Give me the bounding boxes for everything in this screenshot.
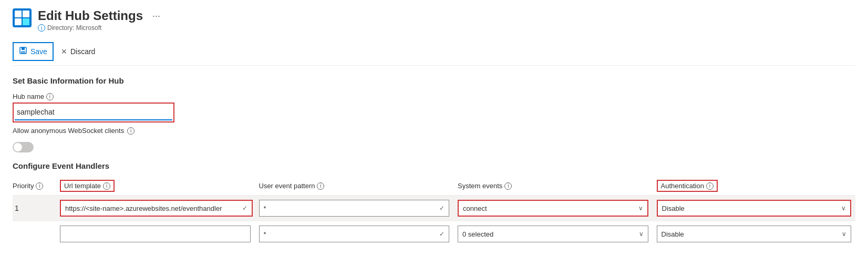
basic-info-title: Set Basic Information for Hub [13,76,855,85]
row2-url-input[interactable] [60,226,250,242]
hub-name-input[interactable] [15,105,172,120]
toolbar: Save ✕ Discard [13,38,855,66]
save-button[interactable]: Save [13,42,54,61]
row1-user-event-input[interactable] [260,200,436,216]
table-row: 1 ✓ ✓ connect ∨ Disable ∨ [13,196,855,221]
svg-rect-6 [22,47,25,50]
svg-rect-7 [21,51,25,54]
anon-info-icon[interactable]: i [127,127,135,135]
event-handlers-section: Configure Event Handlers Priority i Url … [13,161,855,247]
row1-system-events-arrow[interactable]: ∨ [634,205,647,212]
directory-label: Directory: Microsoft [47,24,101,32]
priority-info-icon[interactable]: i [36,182,43,190]
row1-auth-arrow[interactable]: ∨ [837,205,850,212]
app-icon [13,8,32,27]
svg-rect-4 [23,18,29,25]
svg-rect-3 [15,18,22,25]
row2-system-events-arrow[interactable]: ∨ [635,230,648,238]
system-events-info-icon[interactable]: i [504,182,512,190]
discard-button[interactable]: ✕ Discard [56,44,100,59]
save-icon [19,46,27,57]
hub-name-info-icon[interactable]: i [46,93,54,100]
row2-auth-cell: Disable ∨ [657,226,856,242]
row1-user-event-dropdown-icon[interactable]: ✓ [435,205,449,212]
row1-auth-value: Disable [658,205,838,212]
hub-name-label: Hub name i [13,93,855,100]
row1-user-event-wrap: ✓ [259,200,450,217]
row2-system-events-value: 0 selected [458,230,635,238]
row2-system-events-cell: 0 selected ∨ [458,226,657,242]
row2-system-events-wrap[interactable]: 0 selected ∨ [458,226,648,242]
row2-url-cell [60,226,259,242]
col-priority: Priority i [13,182,60,190]
event-handlers-title: Configure Event Handlers [13,161,855,170]
table-row: ✓ 0 selected ∨ Disable ∨ [13,221,855,247]
row2-user-event-arrow[interactable]: ✓ [435,230,449,238]
anon-label: Allow anonymous WebSocket clients i [13,127,855,135]
anon-toggle[interactable] [13,142,34,152]
row1-url-input[interactable] [61,201,238,216]
row1-url-dropdown-icon[interactable]: ✓ [238,205,252,212]
row1-system-events-wrap[interactable]: connect ∨ [458,200,648,217]
row2-user-event-input[interactable] [260,226,436,242]
row1-system-events-value: connect [459,205,634,212]
discard-label: Discard [70,47,95,56]
directory-info: i Directory: Microsoft [38,24,160,32]
basic-info-section: Set Basic Information for Hub Hub name i… [13,76,855,161]
auth-info-icon[interactable]: i [706,182,714,190]
title-block: Edit Hub Settings ··· i Directory: Micro… [38,8,160,32]
row1-auth-wrap[interactable]: Disable ∨ [657,200,852,217]
col-user-event: User event pattern i [259,182,458,190]
row1-user-event-cell: ✓ [259,200,458,217]
row2-url-wrap [60,226,251,242]
row1-priority: 1 [13,204,60,212]
discard-icon: ✕ [61,47,67,56]
url-info-icon[interactable]: i [103,182,110,190]
row1-system-events-cell: connect ∨ [458,200,657,217]
save-label: Save [30,47,47,56]
row1-url-input-wrap: ✓ [60,200,253,217]
svg-rect-1 [15,11,22,17]
col-authentication: Authentication i [657,180,856,192]
row2-auth-value: Disable [657,230,838,238]
page-header: Edit Hub Settings ··· i Directory: Micro… [13,8,855,32]
col-system-events: System events i [458,182,657,190]
col-url-template: Url template i [60,180,259,192]
more-actions-button[interactable]: ··· [152,11,160,22]
user-event-info-icon[interactable]: i [317,182,324,190]
row2-auth-arrow[interactable]: ∨ [838,230,851,238]
row1-auth-cell: Disable ∨ [657,200,856,217]
row1-url-cell: ✓ [60,200,259,217]
svg-rect-2 [23,11,29,17]
table-header: Priority i Url template i User event pat… [13,177,855,196]
info-icon-directory: i [38,24,45,32]
row2-user-event-cell: ✓ [259,226,458,242]
row2-auth-wrap[interactable]: Disable ∨ [657,226,852,242]
page-title: Edit Hub Settings [38,8,143,23]
row2-user-event-wrap: ✓ [259,226,450,242]
